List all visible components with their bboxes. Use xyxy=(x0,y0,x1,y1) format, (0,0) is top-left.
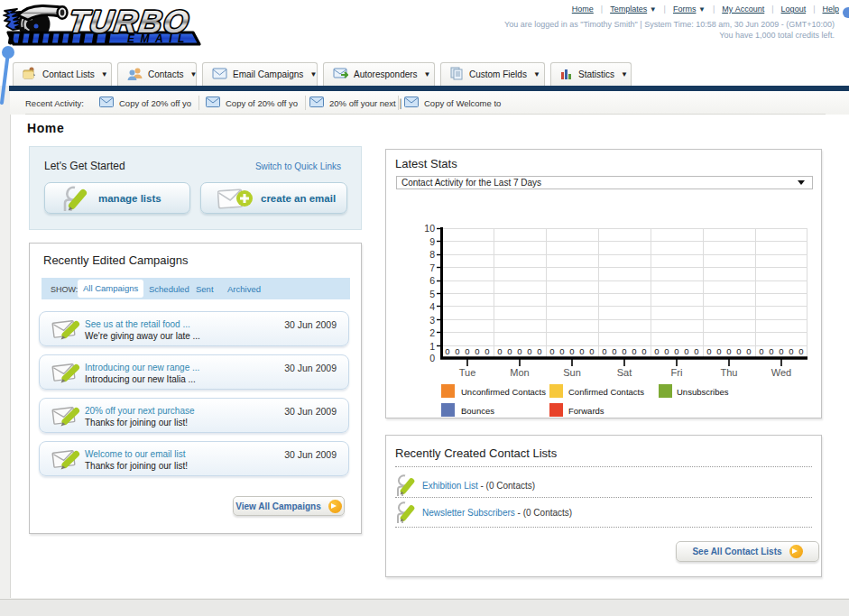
svg-text:2: 2 xyxy=(429,327,435,338)
svg-text:7: 7 xyxy=(429,262,435,273)
svg-text:10: 10 xyxy=(424,223,435,234)
svg-text:3: 3 xyxy=(429,315,435,326)
svg-text:0: 0 xyxy=(465,346,469,356)
svg-text:0: 0 xyxy=(429,353,435,363)
svg-text:6: 6 xyxy=(429,275,435,286)
svg-text:Fri: Fri xyxy=(671,367,683,378)
svg-text:4: 4 xyxy=(429,301,435,312)
svg-text:Mon: Mon xyxy=(510,367,529,378)
svg-text:0: 0 xyxy=(484,346,489,356)
svg-text:Tue: Tue xyxy=(459,367,476,378)
svg-text:9: 9 xyxy=(429,236,435,247)
svg-text:Sun: Sun xyxy=(563,367,581,378)
svg-text:1: 1 xyxy=(429,341,435,352)
svg-text:0: 0 xyxy=(475,346,479,356)
svg-text:Thu: Thu xyxy=(721,367,738,378)
svg-text:8: 8 xyxy=(429,249,435,260)
svg-text:0: 0 xyxy=(455,346,459,356)
svg-text:TURBO: TURBO xyxy=(67,5,193,39)
svg-text:Sat: Sat xyxy=(617,367,632,378)
svg-text:5: 5 xyxy=(429,289,435,299)
svg-text:0: 0 xyxy=(445,346,449,356)
svg-text:Wed: Wed xyxy=(771,367,791,378)
